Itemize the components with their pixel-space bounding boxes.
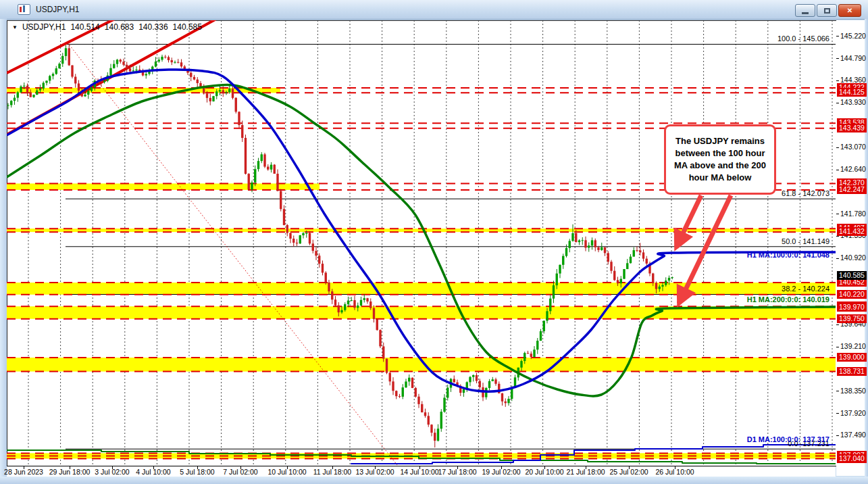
minimize-icon [802, 12, 809, 14]
time-label: 21 Jul 18:00 [566, 468, 605, 476]
ohlc-low: 140.336 [138, 22, 168, 32]
pointer-arrow [676, 195, 701, 247]
candles [7, 44, 673, 447]
price-tick: 143.070 [836, 143, 866, 151]
close-icon: ✕ [847, 7, 852, 14]
ma-value-label: H1 MA:200:0:0: 140.019 [747, 295, 829, 304]
fib-level-label: 61.8 - 142.073 [782, 189, 829, 197]
price-level-label: 141.432 [837, 227, 867, 236]
chart-symbol: USDJPY,H1 [22, 22, 66, 32]
price-tick: 139.210 [836, 342, 866, 350]
time-label: 7 Jul 02:00 [223, 468, 257, 476]
price-tick: 145.220 [836, 32, 866, 40]
price-tick: 137.490 [836, 431, 866, 439]
price-level-label: 137.040 [837, 454, 867, 463]
price-tick: 143.930 [836, 98, 866, 106]
candlestick-chart[interactable]: 100.0 - 145.06661.8 - 142.07350.0 - 141.… [7, 20, 836, 465]
price-tick: 144.790 [836, 54, 866, 62]
maximize-icon [824, 8, 830, 14]
price-level-label: 142.247 [837, 185, 867, 194]
price-level-label: 139.000 [837, 353, 867, 362]
annotation-text: The USDJPY remains between the 100 hour … [666, 134, 774, 185]
minimize-button[interactable] [795, 4, 815, 17]
price-level-label: 138.731 [837, 367, 867, 376]
price-tick: 142.640 [836, 165, 866, 173]
ohlc-open: 140.514 [70, 22, 99, 32]
time-label: 11 Jul 18:00 [313, 468, 351, 476]
price-tick: 138.350 [836, 387, 866, 395]
annotation-callout[interactable]: The USDJPY remains between the 100 hour … [664, 124, 776, 195]
chart-ohlc-header: ▼ USDJPY,H1 140.514 140.683 140.336 140.… [12, 22, 202, 32]
chart-window-icon [18, 4, 30, 15]
application-window: { "window": { "title": "USDJPY,H1", "but… [0, 0, 868, 484]
price-level-label: 143.439 [837, 124, 867, 132]
time-label: 25 Jul 02:00 [609, 468, 648, 476]
price-tick: 141.780 [836, 210, 866, 218]
price-level-label: 139.750 [837, 314, 867, 323]
time-label: 10 Jul 10:00 [267, 468, 306, 476]
ma-value-label: D1 MA:100:0:0: 137.317 [747, 435, 829, 443]
dotted-trendline [68, 43, 397, 465]
time-label: 5 Jul 18:00 [180, 468, 214, 476]
time-axis[interactable]: 28 Jun 202329 Jun 18:003 Jul 02:004 Jul … [7, 466, 836, 477]
maximize-button[interactable] [817, 4, 837, 17]
price-axis[interactable]: 145.220144.790144.360143.930143.070142.6… [836, 20, 865, 476]
time-label: 20 Jul 10:00 [525, 468, 563, 476]
price-tick: 137.920 [836, 409, 866, 417]
window-frame-bottom [0, 477, 868, 484]
support-resistance-band [7, 183, 320, 189]
fib-level-label: 50.0 - 141.149 [782, 237, 829, 245]
window-title: USDJPY,H1 [36, 5, 79, 14]
time-label: 28 Jun 2023 [4, 468, 43, 476]
price-level-label: 140.220 [837, 290, 867, 299]
ohlc-close: 140.585 [173, 22, 202, 32]
price-tick: 140.920 [836, 253, 866, 262]
time-label: 3 Jul 02:00 [95, 468, 129, 476]
time-label: 14 Jul 10:00 [400, 468, 438, 476]
time-label: 29 Jun 18:00 [49, 468, 91, 476]
fib-level-label: 100.0 - 145.066 [777, 34, 829, 43]
chevron-down-icon: ▼ [12, 24, 18, 30]
support-resistance-band [7, 283, 836, 295]
ohlc-high: 140.683 [105, 22, 134, 32]
time-label: 17 Jul 18:00 [438, 468, 476, 476]
time-label: 13 Jul 02:00 [355, 468, 394, 476]
fib-level-label: 38.2 - 140.224 [782, 285, 829, 293]
time-label: 26 Jul 10:00 [655, 468, 694, 476]
time-label: 4 Jul 10:00 [136, 468, 170, 476]
window-frame-left [0, 19, 7, 477]
price-level-label: 139.970 [837, 303, 867, 312]
current-price-label: 140.585 [837, 271, 867, 280]
ma-value-label: H1 MA:100:0:0: 141.048 [747, 251, 829, 259]
close-button[interactable]: ✕ [838, 4, 861, 17]
price-level-label: 144.125 [837, 88, 867, 97]
time-label: 19 Jul 02:00 [482, 468, 520, 476]
title-bar[interactable]: USDJPY,H1 ✕ [0, 0, 868, 20]
